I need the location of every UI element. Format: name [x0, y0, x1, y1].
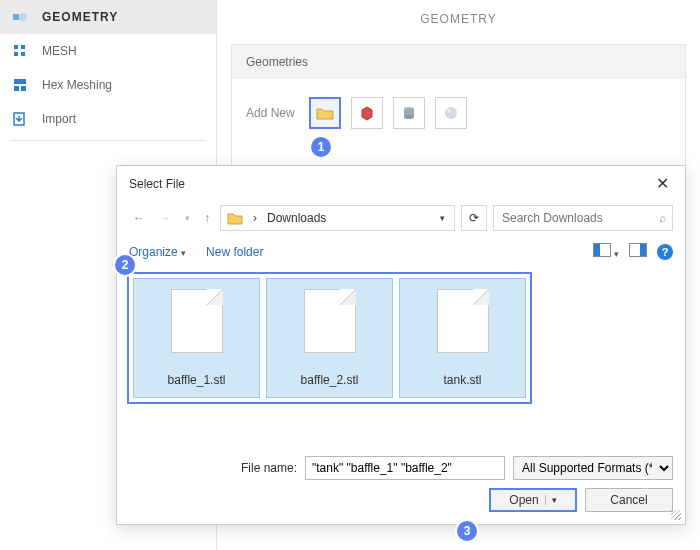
- add-sphere-button[interactable]: [435, 97, 467, 129]
- file-list[interactable]: baffle_1.stl baffle_2.stl tank.stl: [127, 272, 675, 404]
- view-mode-button[interactable]: ▾: [593, 243, 619, 260]
- sidebar-item-label: GEOMETRY: [42, 10, 118, 24]
- cube-icon: [359, 105, 375, 121]
- chevron-down-icon: ▾: [181, 248, 186, 258]
- callout-3: 3: [455, 519, 479, 543]
- nav-back-button[interactable]: ←: [129, 209, 149, 227]
- file-name-label: tank.stl: [443, 373, 481, 387]
- sidebar-item-hexmeshing[interactable]: Hex Meshing: [0, 68, 216, 102]
- svg-point-13: [445, 107, 457, 119]
- file-name-label: baffle_2.stl: [301, 373, 359, 387]
- svg-rect-5: [21, 52, 25, 56]
- search-input[interactable]: [500, 210, 630, 226]
- chevron-down-icon[interactable]: ▾: [436, 213, 448, 223]
- add-new-label: Add New: [246, 106, 295, 120]
- cancel-button[interactable]: Cancel: [585, 488, 673, 512]
- sidebar-item-import[interactable]: Import: [0, 102, 216, 136]
- chevron-down-icon[interactable]: ▾: [545, 495, 557, 505]
- chevron-right-icon[interactable]: ›: [249, 211, 261, 225]
- add-cylinder-button[interactable]: [393, 97, 425, 129]
- document-icon: [304, 289, 356, 353]
- document-icon: [171, 289, 223, 353]
- nav-forward-button[interactable]: →: [155, 209, 175, 227]
- search-input-wrap[interactable]: ⌕: [493, 205, 673, 231]
- breadcrumb-segment[interactable]: Downloads: [267, 211, 326, 225]
- resize-grip[interactable]: [671, 510, 681, 520]
- nav-up-button[interactable]: ↑: [200, 209, 214, 227]
- svg-rect-8: [21, 86, 26, 91]
- svg-rect-6: [14, 79, 26, 84]
- new-folder-button[interactable]: New folder: [206, 245, 263, 259]
- sphere-icon: [443, 105, 459, 121]
- sidebar-item-label: MESH: [42, 44, 77, 58]
- file-item[interactable]: tank.stl: [399, 278, 526, 398]
- sidebar-item-mesh[interactable]: MESH: [0, 34, 216, 68]
- breadcrumb-bar[interactable]: › Downloads ▾: [220, 205, 455, 231]
- geometries-section: Geometries Add New: [231, 44, 686, 170]
- preview-pane-button[interactable]: [629, 243, 647, 260]
- organize-menu[interactable]: Organize ▾: [129, 245, 186, 259]
- filename-input[interactable]: [305, 456, 505, 480]
- callout-1: 1: [309, 135, 333, 159]
- svg-rect-4: [14, 52, 18, 56]
- import-icon: [12, 111, 28, 127]
- mesh-icon: [12, 43, 28, 59]
- refresh-icon: ⟳: [469, 211, 479, 225]
- svg-rect-2: [14, 45, 18, 49]
- geometry-icon: [12, 9, 28, 25]
- file-item[interactable]: baffle_1.stl: [133, 278, 260, 398]
- geometries-header: Geometries: [232, 45, 685, 79]
- file-dialog: Select File ✕ ← → ▾ ↑ › Downloads ▾ ⟳ ⌕ …: [116, 165, 686, 525]
- file-selection-group: baffle_1.stl baffle_2.stl tank.stl: [127, 272, 532, 404]
- refresh-button[interactable]: ⟳: [461, 205, 487, 231]
- help-icon[interactable]: ?: [657, 244, 673, 260]
- filter-select[interactable]: All Supported Formats (*.*): [513, 456, 673, 480]
- search-icon: ⌕: [659, 211, 666, 225]
- cylinder-icon: [401, 105, 417, 121]
- nav-recent-button[interactable]: ▾: [181, 211, 194, 225]
- chevron-down-icon: ▾: [614, 249, 619, 259]
- callout-2: 2: [113, 253, 137, 277]
- folder-icon: [227, 211, 243, 225]
- filename-label: File name:: [241, 461, 297, 475]
- hexmesh-icon: [12, 77, 28, 93]
- sidebar-item-label: Import: [42, 112, 76, 126]
- add-cube-button[interactable]: [351, 97, 383, 129]
- file-name-label: baffle_1.stl: [168, 373, 226, 387]
- document-icon: [437, 289, 489, 353]
- folder-icon: [316, 106, 334, 120]
- svg-rect-7: [14, 86, 19, 91]
- svg-rect-0: [13, 14, 19, 20]
- sidebar-separator: [10, 140, 206, 141]
- svg-point-1: [19, 13, 27, 21]
- close-icon[interactable]: ✕: [652, 174, 673, 193]
- svg-point-14: [447, 110, 451, 113]
- open-button[interactable]: Open▾: [489, 488, 577, 512]
- svg-rect-3: [21, 45, 25, 49]
- add-folder-button[interactable]: [309, 97, 341, 129]
- file-item[interactable]: baffle_2.stl: [266, 278, 393, 398]
- panel-title: GEOMETRY: [217, 0, 700, 44]
- svg-point-12: [404, 115, 414, 119]
- sidebar-item-geometry[interactable]: GEOMETRY: [0, 0, 216, 34]
- sidebar-item-label: Hex Meshing: [42, 78, 112, 92]
- dialog-title-text: Select File: [129, 177, 185, 191]
